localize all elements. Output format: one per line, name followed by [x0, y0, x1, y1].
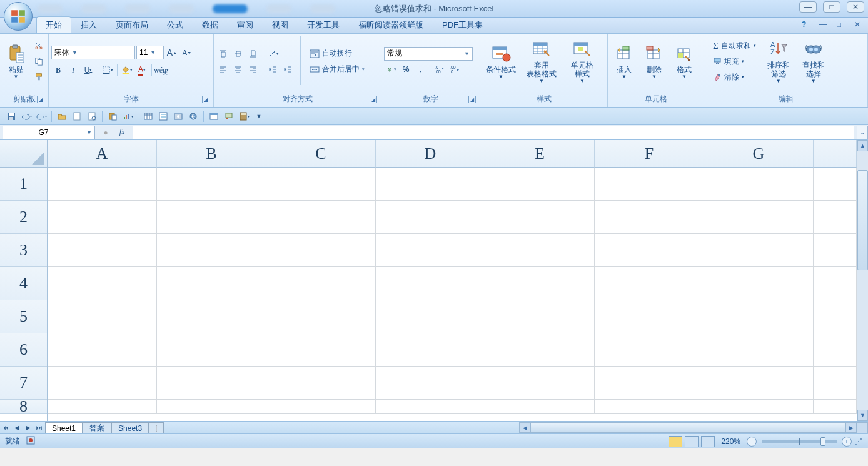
- find-select-button[interactable]: 查找和 选择▼: [797, 36, 830, 86]
- minimize-button[interactable]: —: [799, 1, 817, 13]
- tab-review[interactable]: 审阅: [228, 16, 263, 33]
- cell[interactable]: [595, 333, 704, 367]
- delete-cells-button[interactable]: 删除▼: [640, 36, 668, 86]
- cell[interactable]: [376, 400, 485, 414]
- redo-button[interactable]: ▾: [35, 110, 48, 123]
- scroll-down-button[interactable]: ▼: [857, 410, 868, 421]
- font-launcher[interactable]: ◢: [202, 96, 209, 103]
- row-header-1[interactable]: 1: [0, 168, 47, 201]
- row-header-3[interactable]: 3: [0, 234, 47, 267]
- cell[interactable]: [704, 300, 814, 333]
- last-sheet-button[interactable]: ⏭: [34, 422, 45, 433]
- cell[interactable]: [595, 367, 704, 400]
- cell[interactable]: [266, 234, 376, 267]
- cell[interactable]: [157, 168, 266, 201]
- orientation-button[interactable]: ▾: [266, 47, 280, 61]
- row-header-4[interactable]: 4: [0, 267, 47, 300]
- page-break-view-button[interactable]: [701, 436, 715, 447]
- cell[interactable]: [595, 201, 704, 234]
- name-box-input[interactable]: [3, 128, 84, 137]
- cell[interactable]: [48, 267, 157, 300]
- cell[interactable]: [157, 400, 266, 414]
- cancel-formula-button[interactable]: ●: [99, 126, 113, 139]
- macro-record-icon[interactable]: [26, 436, 35, 447]
- align-top-button[interactable]: [216, 47, 230, 61]
- cell[interactable]: [157, 333, 266, 367]
- sheet-tab-2[interactable]: 答案: [83, 422, 111, 434]
- format-cells-button[interactable]: 格式▼: [670, 36, 698, 86]
- new-sheet-button[interactable]: [149, 422, 164, 434]
- cut-button[interactable]: [32, 39, 46, 53]
- row-header-5[interactable]: 5: [0, 300, 47, 333]
- fill-color-button[interactable]: ▾: [120, 63, 134, 77]
- qat-macro-button[interactable]: [223, 110, 235, 123]
- cell[interactable]: [266, 267, 376, 300]
- cell[interactable]: [266, 400, 376, 414]
- cell[interactable]: [704, 367, 814, 400]
- underline-button[interactable]: U▾: [81, 63, 95, 77]
- font-color-button[interactable]: A▾: [135, 63, 149, 77]
- save-button[interactable]: [5, 110, 18, 123]
- cell[interactable]: [157, 201, 266, 234]
- align-bottom-button[interactable]: [246, 47, 260, 61]
- cell[interactable]: [485, 168, 595, 201]
- vertical-scrollbar[interactable]: ▲ ▼: [857, 140, 868, 421]
- qat-customize-button[interactable]: ▼: [253, 110, 265, 123]
- row-header-6[interactable]: 6: [0, 333, 47, 367]
- cell[interactable]: [485, 300, 595, 333]
- page-layout-view-button[interactable]: [685, 436, 699, 447]
- qat-calc-button[interactable]: ▾: [238, 110, 250, 123]
- insert-cells-button[interactable]: 插入▼: [610, 36, 638, 86]
- percent-button[interactable]: %: [399, 63, 413, 76]
- row-header-7[interactable]: 7: [0, 367, 47, 400]
- maximize-button[interactable]: □: [823, 1, 840, 13]
- workbook-restore-icon[interactable]: □: [837, 20, 845, 29]
- shrink-font-button[interactable]: A▼: [180, 46, 194, 59]
- first-sheet-button[interactable]: ⏮: [0, 422, 11, 433]
- cell[interactable]: [485, 201, 595, 234]
- cell[interactable]: [704, 267, 814, 300]
- decrease-indent-button[interactable]: [266, 63, 280, 76]
- cell[interactable]: [48, 333, 157, 367]
- cell[interactable]: [157, 267, 266, 300]
- cell[interactable]: [48, 367, 157, 400]
- font-size-combo[interactable]: 11▼: [136, 46, 164, 59]
- select-all-button[interactable]: [0, 140, 47, 168]
- tab-home[interactable]: 开始: [36, 16, 71, 33]
- workbook-close-icon[interactable]: ✕: [854, 20, 863, 29]
- cell[interactable]: [266, 367, 376, 400]
- col-header-b[interactable]: B: [157, 140, 266, 168]
- close-button[interactable]: ✕: [847, 1, 864, 13]
- conditional-format-button[interactable]: 条件格式▼: [483, 36, 519, 86]
- cell[interactable]: [595, 267, 704, 300]
- cell[interactable]: [704, 400, 814, 414]
- col-header-f[interactable]: F: [595, 140, 704, 168]
- cell[interactable]: [266, 333, 376, 367]
- cell[interactable]: [266, 300, 376, 333]
- row-header-8[interactable]: 8: [0, 400, 47, 414]
- tab-page-layout[interactable]: 页面布局: [106, 16, 158, 33]
- qat-form-button[interactable]: [157, 110, 169, 123]
- qat-paste-button[interactable]: [106, 110, 119, 123]
- cell[interactable]: [485, 333, 595, 367]
- format-as-table-button[interactable]: 套用 表格格式▼: [522, 36, 562, 86]
- border-button[interactable]: ▾: [101, 63, 114, 77]
- zoom-slider[interactable]: [762, 440, 837, 443]
- next-sheet-button[interactable]: ▶: [23, 422, 34, 433]
- cell[interactable]: [376, 367, 485, 400]
- ribbon-minimize-icon[interactable]: —: [819, 20, 828, 29]
- tab-developer[interactable]: 开发工具: [298, 16, 349, 33]
- cell[interactable]: [376, 300, 485, 333]
- cell[interactable]: [595, 300, 704, 333]
- qat-new-button[interactable]: [71, 110, 83, 123]
- status-resize-grip[interactable]: ⋰: [854, 437, 863, 446]
- clear-button[interactable]: 清除▾: [709, 70, 760, 84]
- tab-foxit[interactable]: 福昕阅读器领鲜版: [349, 16, 433, 33]
- qat-chart-button[interactable]: ▾: [121, 110, 134, 123]
- cell[interactable]: [814, 168, 857, 201]
- qat-create-table-button[interactable]: [142, 110, 154, 123]
- cell[interactable]: [485, 400, 595, 414]
- cell[interactable]: [48, 400, 157, 414]
- grow-font-button[interactable]: A▲: [165, 46, 179, 59]
- qat-link-button[interactable]: [187, 110, 199, 123]
